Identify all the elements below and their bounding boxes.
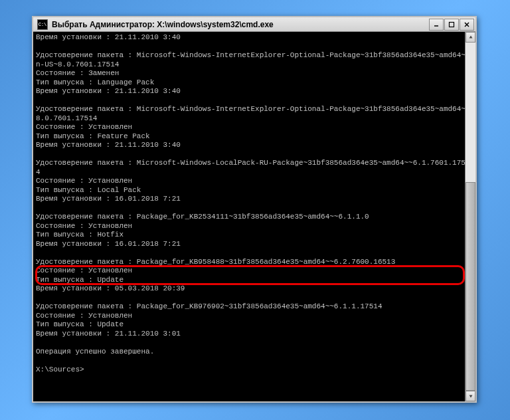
terminal-line <box>36 150 473 159</box>
terminal-line: Время установки : 05.03.2018 20:39 <box>36 284 473 294</box>
terminal-line: Тип выпуска : Update <box>36 320 473 330</box>
terminal-line: Состояние : Установлен <box>36 222 473 231</box>
scroll-down-button[interactable] <box>466 391 475 401</box>
close-button[interactable] <box>460 19 474 31</box>
window-controls <box>429 19 474 31</box>
minimize-button[interactable] <box>429 19 444 31</box>
terminal-line <box>36 338 473 348</box>
terminal-line: Состояние : Заменен <box>36 69 473 78</box>
terminal-line: Время установки : 21.11.2010 3:40 <box>36 141 473 150</box>
terminal-line: Время установки : 21.11.2010 3:01 <box>36 330 473 339</box>
terminal-line: Удостоверение пакета : Package_for_KB253… <box>36 213 473 222</box>
terminal-line: Время установки : 21.11.2010 3:40 <box>36 33 473 43</box>
cmd-window: C:\ Выбрать Администратор: X:\windows\sy… <box>32 16 477 403</box>
terminal-line <box>36 356 473 366</box>
terminal-line: Тип выпуска : Hotfix <box>36 231 473 240</box>
scroll-track[interactable] <box>466 43 475 391</box>
scrollbar <box>465 32 475 401</box>
terminal-body: Время установки : 21.11.2010 3:40Удостов… <box>33 32 475 401</box>
terminal-line: Состояние : Установлен <box>36 177 473 186</box>
scroll-up-button[interactable] <box>466 32 475 43</box>
window-title: Выбрать Администратор: X:\windows\system… <box>50 20 429 29</box>
terminal-line: Состояние : Установлен <box>36 312 473 321</box>
terminal-line: Время установки : 16.01.2018 7:21 <box>36 195 473 204</box>
terminal-line: Тип выпуска : Feature Pack <box>36 132 473 142</box>
terminal-line: Время установки : 16.01.2018 7:21 <box>36 240 473 249</box>
terminal-line <box>36 204 473 213</box>
terminal-line: Время установки : 21.11.2010 3:40 <box>36 87 473 96</box>
terminal-line: Удостоверение пакета : Microsoft-Windows… <box>36 159 473 177</box>
terminal-line <box>36 96 473 106</box>
terminal-line <box>36 249 473 258</box>
terminal-line: Удостоверение пакета : Package_for_KB976… <box>36 302 473 312</box>
terminal-line: Удостоверение пакета : Microsoft-Windows… <box>36 105 473 123</box>
svg-marker-4 <box>469 36 472 39</box>
terminal-line: Удостоверение пакета : Microsoft-Windows… <box>36 51 473 69</box>
terminal-line: Операция успешно завершена. <box>36 348 473 357</box>
terminal-line: Тип выпуска : Update <box>36 276 473 285</box>
maximize-button[interactable] <box>444 19 459 31</box>
terminal-line <box>36 43 473 52</box>
terminal-output[interactable]: Время установки : 21.11.2010 3:40Удостов… <box>33 32 475 375</box>
terminal-line: Тип выпуска : Language Pack <box>36 78 473 88</box>
titlebar[interactable]: C:\ Выбрать Администратор: X:\windows\sy… <box>33 17 475 32</box>
terminal-line <box>36 294 473 303</box>
terminal-line: Тип выпуска : Local Pack <box>36 186 473 195</box>
terminal-line: X:\Sources> <box>36 366 473 375</box>
cmd-icon: C:\ <box>37 19 48 30</box>
terminal-line: Удостоверение пакета : Package_for_KB958… <box>36 258 473 267</box>
terminal-line: Состояние : Установлен <box>36 123 473 132</box>
scroll-thumb[interactable] <box>466 182 475 391</box>
svg-rect-1 <box>450 22 454 27</box>
svg-marker-5 <box>469 395 472 397</box>
terminal-line: Состояние : Установлен <box>36 266 473 276</box>
